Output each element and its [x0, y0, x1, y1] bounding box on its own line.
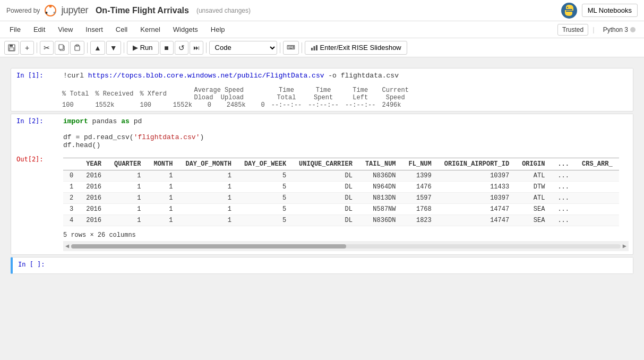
cell-1-label: In [1]:: [11, 68, 59, 84]
curl-header-row: % Total % Received % Xferd Average Speed…: [59, 87, 412, 101]
cell-3-input-row: In [ ]:: [13, 258, 633, 273]
move-up-button[interactable]: ▲: [90, 41, 105, 55]
code-cell-1: In [1]: !curl https://topcs.blob.core.wi…: [11, 68, 633, 112]
toolbar-separator-4: [206, 42, 207, 53]
svg-point-2: [54, 12, 56, 14]
shell-flags: -o flightdata.csv: [324, 72, 399, 80]
copy-button[interactable]: [55, 41, 69, 55]
menu-edit[interactable]: Edit: [28, 23, 50, 36]
code-line-import: import pandas as pd: [63, 117, 629, 125]
menu-cell[interactable]: Cell: [110, 23, 133, 36]
toolbar-separator-1: [37, 42, 37, 53]
code-line-head: df.head(): [63, 141, 629, 149]
notebook-title[interactable]: On-Time Flight Arrivals: [96, 6, 189, 15]
bar-chart-icon: [311, 45, 318, 51]
shell-command-curl: curl: [67, 72, 88, 80]
cell-2-label: In [2]:: [11, 114, 59, 152]
keyboard-shortcut-button[interactable]: ⌨: [283, 41, 299, 55]
table-row: 3 2016 1 1 1 5 DL N587NW 1768 14747 SEA: [63, 204, 619, 215]
shell-command-prefix: !: [63, 72, 67, 80]
restart-button[interactable]: ↺: [175, 41, 188, 55]
menu-help[interactable]: Help: [205, 23, 230, 36]
menu-file[interactable]: File: [4, 23, 26, 36]
table-row: 2 2016 1 1 1 5 DL N813DN 1597 10397 ATL: [63, 193, 619, 204]
menu-kernel[interactable]: Kernel: [135, 23, 166, 36]
code-line-read: df = pd.read_csv('flightdata.csv'): [63, 133, 629, 141]
table-row: 4 2016 1 1 1 5 DL N836DN 1823 14747 SEA: [63, 215, 619, 226]
df-summary: 5 rows × 26 columns: [63, 228, 629, 241]
cell-2-out-label: Out[2]:: [11, 152, 59, 254]
run-button[interactable]: ▶ Run: [127, 41, 159, 55]
jupyter-brand-text: jupyter: [61, 5, 88, 16]
svg-point-5: [566, 6, 568, 7]
plus-icon: +: [25, 44, 29, 52]
trusted-badge: Trusted: [557, 24, 588, 36]
topbar: Powered by jupyter On-Time Flight Arriva…: [0, 0, 644, 21]
code-line-blank: [63, 125, 629, 133]
cell-type-select[interactable]: Code Markdown Raw NBConvert: [209, 41, 277, 55]
jupyter-logo: [44, 4, 57, 17]
table-row: 0 2016 1 1 1 5 DL N836DN 1399 10397 ATL: [63, 170, 619, 182]
svg-rect-8: [10, 45, 13, 47]
stop-button[interactable]: ■: [160, 41, 174, 55]
menu-insert[interactable]: Insert: [80, 23, 108, 36]
ml-notebooks-button[interactable]: ML Notebooks: [582, 4, 638, 17]
menu-widgets[interactable]: Widgets: [168, 23, 203, 36]
code-cell-2: In [2]: import pandas as pd df = pd.read…: [11, 114, 633, 255]
scrollbar-thumb[interactable]: [71, 244, 346, 248]
svg-point-1: [49, 5, 52, 7]
save-button[interactable]: [4, 41, 19, 55]
cell-2-output: YEAR QUARTER MONTH DAY_OF_MONTH DAY_OF_W…: [59, 152, 633, 254]
run-triangle-icon: ▶: [133, 44, 138, 52]
url-file: FlightData.csv: [266, 72, 324, 80]
powered-by-text: Powered by: [6, 7, 40, 14]
copy-icon: [58, 44, 65, 51]
save-icon: [8, 44, 15, 52]
svg-rect-11: [59, 45, 63, 49]
rise-slideshow-button[interactable]: Enter/Exit RISE Slideshow: [305, 41, 407, 55]
cell-2-output-row: Out[2]: YEAR QUARTER MONTH DAY_OF_MONTH …: [11, 152, 633, 254]
svg-rect-15: [313, 46, 315, 50]
cut-icon: ✂: [44, 44, 50, 52]
toolbar-separator-5: [280, 42, 280, 53]
cut-button[interactable]: ✂: [40, 41, 54, 55]
cell-3-label: In [ ]:: [13, 258, 61, 273]
toolbar-separator-2: [87, 42, 88, 53]
code-cell-3: In [ ]:: [11, 257, 633, 274]
dataframe-scroll-container[interactable]: YEAR QUARTER MONTH DAY_OF_MONTH DAY_OF_W…: [63, 156, 629, 228]
unsaved-changes-label: (unsaved changes): [196, 7, 251, 14]
notebook: In [1]: !curl https://topcs.blob.core.wi…: [0, 57, 644, 287]
svg-point-6: [570, 13, 571, 14]
svg-point-3: [46, 12, 48, 14]
url-https: https://topcs.blob.core.windows.net/publ…: [88, 72, 266, 80]
python-icon: [561, 2, 578, 19]
df-header-row: YEAR QUARTER MONTH DAY_OF_MONTH DAY_OF_W…: [63, 158, 619, 170]
scroll-right-button[interactable]: ▶: [621, 242, 629, 250]
menubar: File Edit View Insert Cell Kernel Widget…: [0, 21, 644, 38]
toolbar-separator-6: [302, 42, 302, 53]
cell-1-output: % Total % Received % Xferd Average Speed…: [11, 84, 633, 111]
toolbar: + ✂ ▲ ▼ ▶ Run ■ ↺ ⏭ Code Markdown Raw NB…: [0, 38, 644, 57]
cell-2-input[interactable]: import pandas as pd df = pd.read_csv('fl…: [59, 114, 633, 152]
svg-rect-14: [311, 48, 313, 50]
cell-3-input[interactable]: [61, 258, 633, 273]
scroll-left-button[interactable]: ◀: [63, 242, 71, 250]
table-row: 1 2016 1 1 1 5 DL N964DN 1476 11433 DTW: [63, 182, 619, 193]
svg-rect-16: [316, 45, 317, 50]
add-cell-button[interactable]: +: [20, 41, 34, 55]
dataframe-table: YEAR QUARTER MONTH DAY_OF_MONTH DAY_OF_W…: [63, 158, 619, 226]
kernel-status-circle: [630, 27, 636, 32]
horizontal-scrollbar[interactable]: ◀ ▶: [63, 241, 629, 251]
cell-1-input[interactable]: !curl https://topcs.blob.core.windows.ne…: [59, 68, 633, 84]
toolbar-separator-3: [124, 42, 124, 53]
fast-forward-button[interactable]: ⏭: [190, 41, 203, 55]
cell-2-input-row: In [2]: import pandas as pd df = pd.read…: [11, 114, 633, 152]
move-down-button[interactable]: ▼: [106, 41, 121, 55]
menu-view[interactable]: View: [53, 23, 78, 36]
scrollbar-track[interactable]: [71, 244, 621, 248]
paste-button[interactable]: [70, 41, 84, 55]
curl-output-table: % Total % Received % Xferd Average Speed…: [59, 87, 412, 109]
curl-data-row: 100 1552k 100 1552k 0 2485k 0 --:--:-- -…: [59, 101, 412, 109]
kernel-info: Python 3: [599, 24, 640, 35]
keyboard-icon: ⌨: [287, 44, 295, 51]
